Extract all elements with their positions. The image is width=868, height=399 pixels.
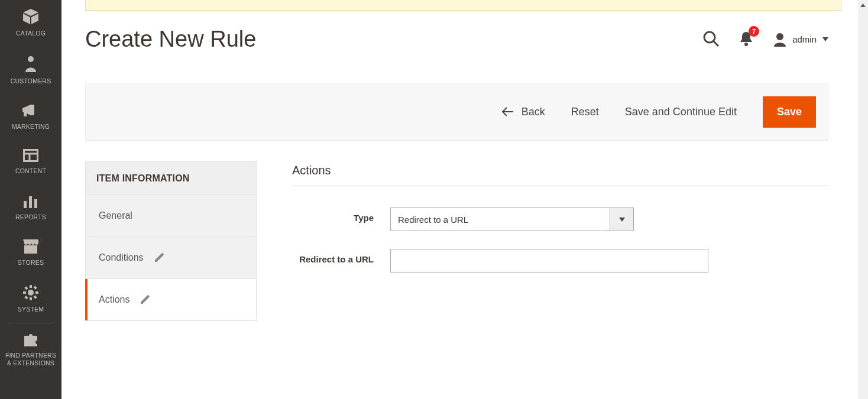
type-select[interactable]: Redirect to a URL (390, 207, 634, 231)
svg-rect-18 (35, 291, 38, 294)
svg-rect-10 (24, 201, 27, 208)
search-icon (702, 30, 719, 47)
sidebar-item-system[interactable]: SYSTEM (0, 276, 61, 323)
main-content: Create New Rule 7 admin (61, 0, 858, 399)
svg-rect-5 (31, 105, 34, 115)
user-icon (773, 33, 786, 47)
caret-down-icon (822, 37, 828, 41)
reset-label: Reset (571, 106, 599, 118)
svg-rect-12 (34, 199, 37, 208)
svg-rect-21 (33, 286, 37, 289)
search-button[interactable] (702, 30, 719, 48)
svg-point-25 (744, 43, 748, 46)
sidebar-label: CATALOG (16, 30, 46, 37)
svg-rect-6 (24, 112, 27, 116)
save-button[interactable]: Save (763, 96, 816, 128)
storefront-icon (2, 239, 59, 255)
sidebar-item-reports[interactable]: REPORTS (0, 185, 61, 231)
gear-icon (2, 285, 59, 301)
svg-point-23 (704, 32, 715, 43)
side-tabs: ITEM INFORMATION General Conditions Acti… (85, 161, 257, 321)
sidebar-item-catalog[interactable]: CATALOG (0, 0, 61, 47)
sidebar-item-stores[interactable]: STORES (0, 231, 61, 276)
svg-line-24 (714, 41, 718, 46)
svg-rect-15 (30, 285, 32, 288)
svg-rect-20 (33, 295, 37, 299)
fieldset-separator (292, 186, 828, 186)
sidebar-label: STORES (18, 259, 44, 266)
type-select-trigger[interactable] (610, 207, 634, 231)
scrollbar-up-button[interactable] (858, 0, 868, 10)
user-name-label: admin (792, 34, 817, 44)
side-tab-label: Actions (99, 294, 129, 305)
bar-chart-icon (2, 194, 59, 209)
sidebar-label: FIND PARTNERS & EXTENSIONS (5, 352, 56, 366)
back-label: Back (522, 106, 545, 118)
admin-sidebar: CATALOG CUSTOMERS MARKETING CONTENT REPO (0, 0, 61, 399)
caret-down-icon (619, 218, 625, 222)
pencil-icon (140, 295, 150, 304)
redirect-url-input[interactable] (390, 249, 708, 273)
svg-rect-16 (30, 297, 32, 300)
field-row-type: Type Redirect to a URL (292, 207, 828, 231)
field-label-redirect-url: Redirect to a URL (292, 249, 390, 265)
reset-button[interactable]: Reset (571, 106, 599, 118)
back-button[interactable]: Back (501, 106, 545, 118)
page-header: Create New Rule 7 admin (85, 27, 828, 52)
sidebar-item-customers[interactable]: CUSTOMERS (0, 47, 61, 95)
sidebar-label: MARKETING (12, 123, 50, 130)
svg-rect-17 (23, 291, 26, 294)
svg-rect-19 (24, 286, 28, 290)
svg-rect-11 (29, 196, 32, 208)
notice-banner (85, 0, 841, 11)
sidebar-label: SYSTEM (18, 306, 44, 313)
puzzle-icon (2, 332, 59, 348)
header-tools: 7 admin (702, 30, 828, 48)
svg-point-14 (28, 290, 34, 296)
type-select-value: Redirect to a URL (390, 207, 610, 231)
sidebar-label: CUSTOMERS (11, 77, 51, 85)
svg-marker-34 (860, 4, 866, 7)
field-row-redirect-url: Redirect to a URL (292, 249, 828, 273)
notification-count-badge: 7 (749, 26, 759, 37)
pencil-icon (154, 253, 164, 262)
side-tab-conditions[interactable]: Conditions (86, 237, 256, 279)
svg-marker-33 (619, 218, 625, 222)
user-menu[interactable]: admin (773, 33, 828, 47)
layout-icon (2, 149, 59, 163)
sidebar-item-content[interactable]: CONTENT (0, 140, 61, 184)
side-tabs-heading: ITEM INFORMATION (86, 161, 256, 195)
person-icon (2, 56, 59, 73)
sidebar-item-partners[interactable]: FIND PARTNERS & EXTENSIONS (0, 323, 61, 377)
sidebar-label: CONTENT (15, 167, 46, 174)
svg-rect-13 (24, 245, 37, 254)
megaphone-icon (2, 103, 59, 119)
svg-marker-27 (822, 37, 828, 41)
action-toolbar: Back Reset Save and Continue Edit Save (85, 83, 828, 141)
chevron-up-icon (860, 4, 866, 7)
form-area: Actions Type Redirect to a URL Redirect … (292, 161, 828, 385)
svg-point-3 (28, 56, 34, 62)
save-and-continue-button[interactable]: Save and Continue Edit (625, 106, 737, 118)
notifications-button[interactable]: 7 (739, 31, 753, 48)
svg-point-26 (776, 33, 783, 40)
page-title: Create New Rule (85, 27, 256, 52)
side-tab-label: General (99, 210, 132, 221)
svg-marker-29 (155, 254, 163, 262)
save-continue-label: Save and Continue Edit (625, 106, 737, 118)
sidebar-item-marketing[interactable]: MARKETING (0, 95, 61, 140)
side-tab-actions[interactable]: Actions (86, 279, 256, 321)
fieldset-title: Actions (292, 164, 828, 177)
side-tab-label: Conditions (99, 252, 144, 263)
side-tab-general[interactable]: General (86, 195, 256, 237)
svg-rect-7 (24, 150, 38, 161)
cube-icon (2, 9, 59, 25)
field-label-type: Type (292, 207, 390, 224)
vertical-scrollbar[interactable] (858, 0, 868, 399)
arrow-left-icon (501, 107, 514, 116)
sidebar-label: REPORTS (15, 213, 46, 220)
svg-marker-31 (141, 296, 148, 304)
svg-rect-22 (24, 296, 28, 299)
content-row: ITEM INFORMATION General Conditions Acti… (85, 161, 828, 385)
